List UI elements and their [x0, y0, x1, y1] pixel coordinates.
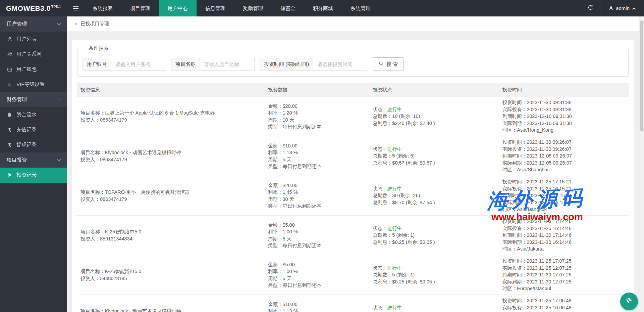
investor-label: 投资人： — [80, 276, 100, 281]
user-menu-button[interactable]: admin — [600, 0, 644, 16]
status-label: 状态： — [373, 186, 387, 191]
sidebar-group-title-label: 用户管理 — [7, 21, 27, 27]
menu-toggle-button[interactable] — [67, 0, 84, 16]
type-value: 每日付息到期还本 — [282, 282, 321, 288]
timezone-label: 时区： — [502, 167, 517, 172]
top-nav-item-5[interactable]: 储蓄金 — [272, 0, 304, 16]
vertical-scrollbar[interactable] — [639, 16, 644, 312]
nav-item-label: 积分商城 — [313, 5, 333, 11]
status-value: 进行中 — [387, 107, 402, 112]
bell-slash-icon — [625, 296, 634, 307]
sidebar-item[interactable]: 用户关系网 — [0, 47, 67, 62]
type-value: 每日付息到期还本 — [282, 243, 321, 248]
card: 条件搜索 用户账号 项目名称 投资时间 (实际时间) — [72, 40, 634, 312]
sidebar-item[interactable]: 用户钱包 — [0, 62, 67, 77]
time-input[interactable] — [313, 58, 368, 70]
sidebar-group-title[interactable]: 项目投资 — [0, 152, 67, 168]
notification-mute-button[interactable] — [620, 293, 638, 310]
interest-label: 总利息： — [373, 200, 392, 205]
timezone-label: 时区： — [502, 127, 517, 133]
top-nav-item-4[interactable]: 奖励管理 — [234, 0, 272, 16]
records-table: 投资信息 投资数据 投资状态 投资时间 项目名称：世界上第一个 Apple 认证… — [77, 83, 629, 312]
content: 条件搜索 用户账号 项目名称 投资时间 (实际时间) — [67, 31, 639, 312]
logo-text: GMOWEB3.0 — [6, 4, 51, 12]
timezone-value: Asia/Bangkok — [517, 207, 547, 212]
invest-time-value: 2023-11-30 09:31:38 — [527, 100, 572, 105]
invest-time-label: 投资时间： — [502, 100, 527, 105]
nav-item-label: 储蓄金 — [280, 5, 296, 11]
main-area: » 已投项目管理 条件搜索 用户账号 项目名称 投资时间 (实际时间) — [67, 16, 639, 312]
sidebar-item[interactable]: ฿ 资金流水 — [0, 107, 67, 122]
actual-invest-label: 实际投资： — [502, 107, 527, 112]
invest-time-cell: 投资时间：2023-11-30 09:31:38 实际投资：2023-11-30… — [499, 97, 629, 136]
sidebar-group-title[interactable]: 财务管理 — [0, 92, 67, 107]
sidebar-item[interactable]: 用户列表 — [0, 32, 67, 47]
invest-status-cell: 状态：进行中 总期数：10 (剩余: 10) 总利息：$2.40 (剩余: $2… — [369, 97, 499, 136]
sidebar-item[interactable]: ☆ VIP等级设置 — [0, 77, 67, 92]
top-nav-item-3[interactable]: 信息管理 — [197, 0, 234, 16]
actual-invest-value: 2023-11-25 16:15:21 — [527, 186, 572, 191]
project-name-value: Klydoclock - 动画艺术遇见模拟时钟 — [105, 308, 181, 312]
table-header: 投资信息 投资数据 投资状态 投资时间 — [77, 83, 629, 97]
actual-invest-label: 实际投资： — [502, 146, 527, 152]
due-time-value: 2023-11-30 17:07:25 — [527, 272, 572, 277]
rate-label: 利率： — [268, 189, 283, 195]
rate-label: 利率： — [268, 269, 283, 274]
top-nav-item-7[interactable]: 系统管理 — [342, 0, 379, 16]
users-icon — [7, 52, 13, 57]
top-nav-item-1[interactable]: 项目管理 — [121, 0, 159, 16]
project-name-value: Klydoclock - 动画艺术遇见模拟时钟 — [105, 150, 181, 155]
actual-due-label: 实际到期： — [502, 279, 527, 284]
invest-status-cell: 状态：进行中 总期数：5 (剩余: 1) 总利息：$0.25 (剩余: $0.0… — [369, 216, 499, 255]
type-label: 类型： — [268, 164, 283, 169]
actual-due-value: 2023-11-30 12:07:25 — [527, 279, 572, 284]
sidebar-item-label: 提现记录 — [16, 142, 37, 148]
invest-info-cell: 项目名称：K-25智能浴巾5.0 投资人：5448023185 — [77, 255, 265, 295]
sidebar-group-title[interactable]: 用户管理 — [0, 16, 67, 32]
timezone-label: 时区： — [502, 207, 517, 212]
sidebar-item-label: 用户列表 — [16, 36, 37, 42]
project-name-value: 世界上第一个 Apple 认证的 6 合 1 MagSafe 充电器 — [105, 110, 215, 116]
user-icon — [7, 37, 13, 42]
sidebar-item[interactable]: ⚑ 投资记录 — [0, 168, 67, 183]
project-input[interactable] — [200, 58, 254, 70]
topbar: GMOWEB3.0TP5.1 系统报表 项目管理 用户中心 信息管理 奖励管理 … — [0, 0, 644, 16]
sidebar-item[interactable]: ₹ 充值记录 — [0, 122, 67, 137]
nav-item-label: 信息管理 — [205, 5, 225, 11]
sidebar-item[interactable]: ₹ 提现记录 — [0, 137, 67, 152]
investor-value: 0863474179 — [100, 157, 127, 162]
top-nav-item-6[interactable]: 积分商城 — [304, 0, 342, 16]
table-row: 项目名称：Klydoclock - 动画艺术遇见模拟时钟 投资人：0863474… — [77, 136, 629, 176]
amount-value: $20.00 — [282, 103, 297, 109]
timezone-value: Asia/Jakarta — [517, 246, 544, 252]
invest-data-cell: 金额：$5.00 利率：1.00 % 周期：5 天 类型：每日付息到期还本 — [265, 216, 369, 255]
actual-invest-value: 2023-11-30 09:26:07 — [527, 146, 572, 152]
sidebar-item-label: 充值记录 — [16, 127, 37, 133]
period-value: 5 天 — [282, 157, 291, 162]
invest-time-cell: 投资时间：2023-11-25 17:15:21 实际投资：2023-11-25… — [499, 176, 629, 215]
status-value: 进行中 — [387, 226, 402, 231]
sidebar-group-title-label: 财务管理 — [7, 96, 27, 103]
scrollbar-thumb[interactable] — [640, 20, 643, 131]
top-nav-item-2[interactable]: 用户中心 — [159, 0, 197, 16]
status-label: 状态： — [373, 146, 387, 152]
sidebar-item-label: 用户关系网 — [16, 51, 42, 57]
rate-value: 1.13 % — [282, 150, 298, 155]
account-input[interactable] — [111, 58, 166, 70]
header-invest-data: 投资数据 — [265, 87, 369, 93]
amount-value: $10.00 — [282, 302, 297, 307]
sidebar-item-label: 资金流水 — [16, 112, 37, 118]
invest-data-cell: 金额：$20.00 利率：1.45 % 周期：30 天 类型：每日付息到期还本 — [265, 176, 369, 215]
star-icon: ☆ — [7, 82, 13, 87]
breadcrumb-chevrons-icon: » — [74, 20, 77, 27]
search-button[interactable]: 搜 索 — [373, 57, 404, 71]
account-label: 用户账号 — [83, 58, 111, 70]
amount-label: 金额： — [268, 262, 283, 267]
invest-time-value: 2023-11-25 17:06:48 — [527, 298, 572, 303]
period-label: 周期： — [268, 157, 283, 162]
project-name-label: 项目名称： — [80, 308, 105, 312]
refresh-button[interactable] — [581, 0, 600, 16]
table-row: 项目名称：K-25智能浴巾5.0 投资人：5448023185 金额：$5.00… — [77, 255, 629, 295]
actual-due-value: 2023-12-05 09:26:07 — [527, 160, 572, 166]
top-nav-item-0[interactable]: 系统报表 — [84, 0, 121, 16]
